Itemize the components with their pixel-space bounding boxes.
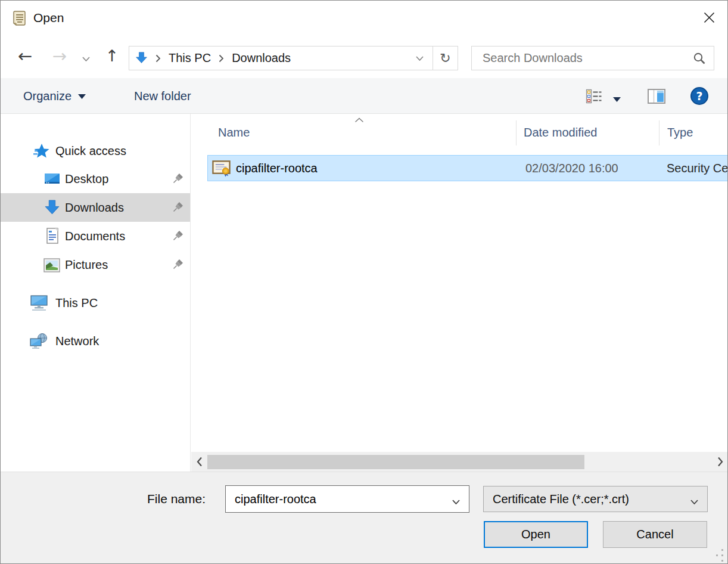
resize-grip-icon[interactable] [716, 554, 718, 556]
file-type-value: Certificate File (*.cer;*.crt) [493, 486, 629, 512]
open-button[interactable]: Open [484, 521, 588, 548]
scrollbar-thumb[interactable] [207, 455, 584, 469]
this-pc-label: This PC [55, 289, 98, 317]
sidebar-item-pictures[interactable]: Pictures [1, 250, 190, 279]
pin-icon [173, 230, 183, 243]
window-title: Open [33, 1, 64, 35]
sidebar-item-network[interactable]: Network [1, 327, 190, 355]
column-header-name[interactable]: Name [218, 118, 250, 147]
views-list-icon [586, 96, 602, 106]
help-icon: ? [696, 91, 702, 102]
chevron-down-icon[interactable] [452, 497, 461, 507]
sidebar-divider [190, 114, 191, 472]
desktop-icon [44, 171, 60, 190]
new-folder-button[interactable]: New folder [134, 78, 191, 114]
pin-icon [173, 202, 183, 215]
quick-access-label: Quick access [55, 137, 126, 165]
views-dropdown-button[interactable] [613, 94, 621, 104]
quick-access-star-icon [33, 143, 49, 162]
certificate-icon [212, 160, 231, 179]
chevron-right-icon [219, 54, 224, 63]
open-dialog-window: Open ← → ↑ This PC [0, 0, 728, 564]
sidebar-item-desktop[interactable]: Desktop [1, 165, 190, 193]
close-button[interactable] [695, 7, 723, 30]
forward-button[interactable]: → [48, 35, 71, 77]
address-bar[interactable]: This PC Downloads [129, 46, 433, 70]
address-dropdown-button[interactable] [415, 55, 424, 61]
chevron-down-icon [78, 91, 86, 101]
horizontal-scrollbar[interactable] [191, 452, 728, 472]
search-icon[interactable] [693, 52, 706, 67]
organize-label: Organize [23, 89, 71, 103]
organize-button[interactable]: Organize [23, 78, 86, 114]
help-button[interactable]: ? [690, 87, 708, 105]
views-button[interactable] [586, 88, 602, 107]
downloads-location-icon [135, 51, 148, 65]
scroll-icon [11, 10, 27, 29]
file-name-label: File name: [147, 485, 206, 513]
column-divider[interactable] [659, 120, 659, 145]
chevron-down-icon [613, 94, 621, 104]
footer-panel: File name: Certificate File (*.cer;*.crt… [1, 472, 728, 564]
pin-icon [173, 259, 183, 272]
column-header-type[interactable]: Type [667, 118, 693, 147]
file-type-cell: Security Certificate [667, 156, 728, 181]
search-box [471, 46, 714, 70]
sidebar-item-this-pc[interactable]: This PC [1, 289, 190, 317]
close-icon [704, 12, 715, 26]
chevron-down-icon [690, 497, 699, 507]
sidebar-item-documents[interactable]: Documents [1, 222, 190, 250]
recent-locations-button[interactable] [82, 54, 92, 62]
sidebar-item-label: Downloads [65, 193, 124, 222]
chevron-right-icon [155, 54, 161, 63]
file-name-input[interactable] [226, 486, 455, 512]
search-input[interactable] [472, 47, 697, 70]
file-type-select[interactable]: Certificate File (*.cer;*.crt) [483, 486, 708, 512]
network-icon [30, 333, 48, 352]
downloads-icon [44, 200, 60, 218]
preview-pane-icon [648, 95, 665, 106]
sidebar-item-quick-access[interactable]: Quick access [1, 137, 190, 165]
file-row-cipafilter-rootca[interactable]: cipafilter-rootca 02/03/2020 16:00 Secur… [207, 155, 728, 181]
cancel-button[interactable]: Cancel [603, 521, 707, 548]
sidebar-item-label: Pictures [65, 250, 108, 279]
documents-icon [45, 228, 60, 247]
title-bar: Open [1, 1, 728, 35]
back-button[interactable]: ← [14, 35, 36, 77]
cancel-button-label: Cancel [636, 528, 673, 541]
file-name-cell: cipafilter-rootca [236, 156, 318, 181]
preview-pane-button[interactable] [648, 89, 665, 106]
pin-icon [173, 173, 183, 186]
new-folder-label: New folder [134, 89, 191, 103]
sidebar-item-label: Documents [65, 222, 125, 250]
network-label: Network [55, 327, 99, 355]
sort-ascending-icon [354, 114, 364, 125]
file-date-cell: 02/03/2020 16:00 [525, 156, 618, 181]
scroll-right-icon[interactable] [717, 457, 723, 469]
scroll-left-icon[interactable] [197, 457, 203, 469]
open-button-label: Open [521, 528, 550, 541]
chevron-down-icon [82, 54, 91, 64]
sidebar-item-label: Desktop [65, 165, 108, 193]
breadcrumb-this-pc[interactable]: This PC [169, 51, 211, 65]
sidebar-item-downloads[interactable]: Downloads [1, 193, 190, 222]
column-divider[interactable] [516, 120, 517, 145]
this-pc-icon [30, 295, 48, 314]
file-name-combobox[interactable] [225, 485, 469, 513]
pictures-icon [43, 258, 60, 275]
refresh-button[interactable]: ↻ [433, 46, 458, 70]
breadcrumb-downloads[interactable]: Downloads [232, 51, 291, 65]
column-header-date-modified[interactable]: Date modified [524, 118, 597, 147]
up-button[interactable]: ↑ [101, 35, 123, 77]
command-toolbar: Organize New folder [1, 78, 728, 114]
